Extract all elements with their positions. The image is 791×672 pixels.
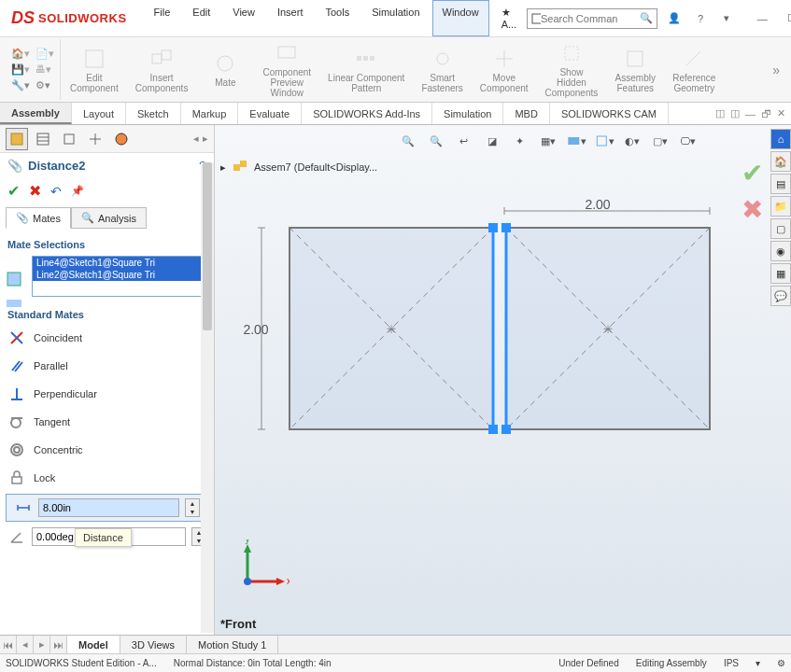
bottom-tab-3dviews[interactable]: 3D Views [120,636,187,653]
menu-file[interactable]: File [144,0,181,36]
cancel-button[interactable]: ✖ [29,182,41,200]
bottom-tab-model[interactable]: Model [67,636,120,653]
orientation-triad[interactable]: y x [233,539,290,597]
mate-concentric[interactable]: Concentric [0,436,214,464]
tab-markup[interactable]: Markup [181,103,239,124]
menu-insert[interactable]: Insert [267,0,314,36]
tab-cam[interactable]: SOLIDWORKS CAM [550,103,669,124]
print-icon[interactable]: 🖶▾ [35,63,51,76]
confirm-ok-icon[interactable]: ✔ [742,158,763,189]
spin-up-icon[interactable]: ▲ [186,499,199,508]
mates-tab[interactable]: 📎 Mates [6,207,71,229]
view-orient-icon[interactable]: ▾ [594,131,614,151]
section-view-icon[interactable]: ◪ [482,131,502,151]
ribbon-show-hidden[interactable]: Show Hidden Components [538,39,606,100]
mate-perpendicular[interactable]: Perpendicular [0,380,214,408]
menu-star[interactable]: ★ A... [491,0,528,36]
panel-tab-appearance-icon[interactable] [110,128,133,150]
taskpane-library-icon[interactable]: ▤ [770,174,791,194]
dynamic-icon[interactable]: ✦ [510,131,530,151]
mate-selection-list[interactable]: Line4@Sketch1@Square Tri Line2@Sketch1@S… [32,256,206,297]
pane-min-icon[interactable]: — [745,108,756,119]
menu-view[interactable]: View [222,0,265,36]
hide-show-icon[interactable]: ▾ [566,131,586,151]
zoom-fit-icon[interactable]: 🔍 [398,131,418,151]
distance-input[interactable] [38,498,179,517]
bottom-tab-motion[interactable]: Motion Study 1 [187,636,278,653]
help-icon[interactable]: ? [691,9,710,28]
dropdown-icon[interactable]: ▾ [717,9,736,28]
tab-addins[interactable]: SOLIDWORKS Add-Ins [302,103,432,124]
pushpin-icon[interactable]: 📌 [71,185,84,197]
analysis-tab[interactable]: 🔍 Analysis [71,207,147,229]
ribbon-edit-component[interactable]: Edit Component [63,39,126,100]
taskpane-appearance-icon[interactable]: ◉ [770,241,791,261]
file-icon[interactable]: 📄▾ [35,48,54,60]
gear-icon[interactable]: ⚙▾ [35,79,50,91]
status-dropdown-icon[interactable]: ▾ [756,658,760,668]
home-icon[interactable]: 🏠▾ [11,48,30,60]
graphics-viewport[interactable]: 🔍 🔍 ↩ ◪ ✦ ▦▾ ▾ ▾ ◐▾ ▢▾ 🖵▾ ▸ Assem7 (Defa… [215,125,791,635]
tab-next-icon[interactable]: ▸ [34,636,50,653]
save-icon[interactable]: 💾▾ [11,63,30,76]
tab-simulation[interactable]: Simulation [432,103,503,124]
ok-button[interactable]: ✔ [7,182,20,200]
taskpane-resources-icon[interactable]: 🏠 [770,151,791,172]
pane-max-icon[interactable]: 🗗 [761,108,771,119]
appearance-icon[interactable]: ◐▾ [622,131,643,151]
menu-simulation[interactable]: Simulation [361,0,430,36]
wrench-icon[interactable]: 🔧▾ [11,79,30,91]
ribbon-linear-pattern[interactable]: Linear Component Pattern [320,39,412,100]
ribbon-insert-components[interactable]: Insert Components [128,39,196,100]
mate-coincident[interactable]: Coincident [0,324,214,352]
panel-tab-display-icon[interactable] [84,128,106,150]
display-style-icon[interactable]: ▦▾ [538,131,558,151]
undo-icon[interactable]: ↶ [50,184,62,199]
search-icon[interactable]: 🔍 [640,12,653,24]
zoom-area-icon[interactable]: 🔍 [426,131,446,151]
mate-selections-header[interactable]: Mate Selections ˄ [0,232,214,254]
selection-item[interactable]: Line2@Sketch1@Square Tri [33,269,205,281]
taskpane-explorer-icon[interactable]: 📁 [770,196,791,217]
mate-lock[interactable]: Lock [0,464,214,492]
ribbon-expand-icon[interactable]: » [767,39,785,100]
panel-tab-left-icon[interactable]: ◂ [193,133,199,145]
panel-scrollbar[interactable] [201,162,214,633]
view-settings-icon[interactable]: 🖵▾ [678,131,699,151]
pane-next-icon[interactable]: ◫ [730,107,740,119]
tab-mbd[interactable]: MBD [503,103,549,124]
status-units-text[interactable]: IPS [724,658,739,668]
tab-evaluate[interactable]: Evaluate [238,103,302,124]
ribbon-mate[interactable]: Mate [197,39,253,100]
tab-last-icon[interactable]: ⏭ [50,636,67,653]
mate-tangent[interactable]: Tangent [0,408,214,436]
tab-assembly[interactable]: Assembly [0,103,72,124]
confirm-cancel-icon[interactable]: ✖ [742,194,763,225]
ribbon-move-component[interactable]: Move Component [473,39,536,100]
prev-view-icon[interactable]: ↩ [454,131,474,151]
menu-tools[interactable]: Tools [315,0,360,36]
scene-icon[interactable]: ▢▾ [650,131,671,151]
entity-icon[interactable] [6,271,22,289]
standard-mates-header[interactable]: Standard Mates ˄ [0,302,214,324]
maximize-button[interactable]: ☐ [783,9,791,28]
minimize-button[interactable]: — [753,9,771,28]
flyout-tree[interactable]: ▸ Assem7 (Default<Display... [220,159,377,175]
mate-parallel[interactable]: Parallel [0,352,214,380]
menu-window[interactable]: Window [432,0,489,36]
command-search[interactable]: 🔍 [527,8,657,29]
ribbon-reference-geometry[interactable]: Reference Geometry [665,39,723,100]
menu-edit[interactable]: Edit [182,0,220,36]
taskpane-view-icon[interactable]: ▢ [770,218,791,239]
distance-spinner[interactable]: ▲▼ [185,498,200,517]
tab-prev-icon[interactable]: ◂ [17,636,34,653]
taskpane-forum-icon[interactable]: 💬 [770,286,791,306]
status-gear-icon[interactable]: ⚙ [777,658,785,668]
panel-tab-right-icon[interactable]: ▸ [203,133,208,145]
tab-layout[interactable]: Layout [72,103,126,124]
selection-item[interactable]: Line4@Sketch1@Square Tri [33,257,205,269]
panel-tab-feature-tree-icon[interactable] [6,128,28,150]
scrollbar-thumb[interactable] [203,162,212,330]
spin-down-icon[interactable]: ▼ [186,508,199,516]
multi-mate-icon[interactable] [6,295,22,314]
